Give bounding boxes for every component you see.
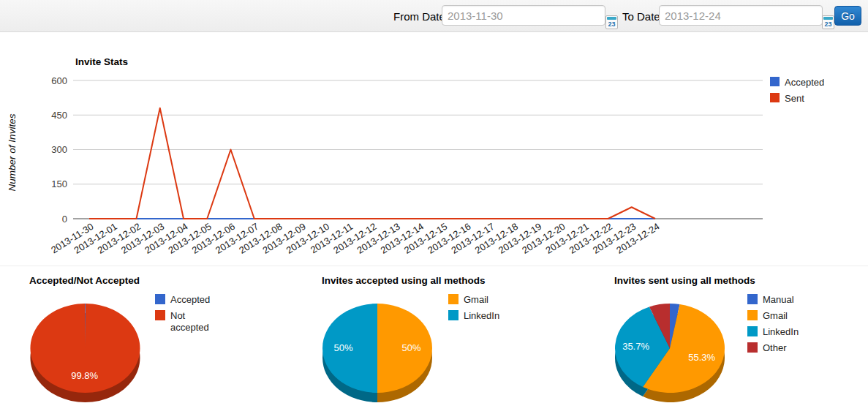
invites-sent-methods-pie-chart: 55.3%35.7%	[585, 282, 868, 414]
legend-label: Other	[763, 342, 787, 354]
from-date-label: From Date:	[393, 10, 448, 23]
legend-item-linkedin: LinkedIn	[448, 310, 499, 322]
legend-label: LinkedIn	[763, 326, 799, 338]
sent-series-swatch	[770, 93, 780, 102]
svg-text:0: 0	[62, 214, 67, 225]
sent-methods-pie-block: Invites sent using all methods 55.3%35.7…	[585, 266, 868, 414]
to-date-input[interactable]	[659, 5, 823, 26]
accepted-series-swatch	[770, 77, 780, 86]
linkedin-swatch	[448, 310, 458, 320]
invites-accepted-methods-pie-chart: 50%50%	[293, 282, 582, 414]
manual-swatch	[747, 294, 758, 304]
svg-text:150: 150	[51, 178, 67, 189]
calendar-icon-bar	[607, 17, 616, 20]
legend-label: Gmail	[763, 310, 788, 322]
legend-label: LinkedIn	[464, 310, 499, 322]
gmail-swatch	[448, 294, 458, 304]
accepted-not-accepted-pie-chart: 99.8%	[0, 282, 290, 414]
svg-text:300: 300	[51, 144, 67, 155]
legend-item-linkedin: LinkedIn	[747, 326, 799, 338]
line-chart-title: Invite Stats	[75, 56, 128, 67]
accepted-pie-block: Accepted/Not Accepted 99.8% Accepted Not…	[0, 266, 290, 414]
svg-text:99.8%: 99.8%	[71, 370, 98, 381]
accepted-methods-pie-block: Invites accepted using all methods 50%50…	[293, 266, 582, 414]
legend-item-accepted: Accepted	[770, 77, 824, 89]
legend-label: Manual	[763, 294, 794, 306]
pie-charts-section: Accepted/Not Accepted 99.8% Accepted Not…	[0, 266, 868, 414]
calendar-icon-day: 23	[606, 20, 617, 29]
pie-legend: Accepted Not accepted	[155, 294, 217, 338]
go-button[interactable]: Go	[834, 6, 861, 26]
pie-legend: Gmail LinkedIn	[448, 294, 499, 326]
svg-text:50%: 50%	[333, 342, 352, 353]
legend-item-not-accepted: Not accepted	[155, 310, 217, 334]
to-date-label: To Date:	[622, 10, 663, 23]
svg-text:450: 450	[51, 110, 67, 121]
invite-stats-line-chart: 01503004506002013-11-302013-12-012013-12…	[0, 32, 868, 266]
legend-label: Accepted	[785, 77, 824, 89]
legend-label: Not accepted	[170, 310, 217, 334]
svg-text:600: 600	[51, 75, 67, 86]
invite-stats-section: Invite Stats Number of Invites 015030045…	[0, 32, 868, 266]
calendar-icon-bar	[823, 17, 833, 20]
to-date-calendar-icon[interactable]: 23	[822, 15, 834, 29]
date-filter-toolbar: From Date: 23 To Date: 23 Go	[0, 0, 868, 32]
y-axis-title: Number of Invites	[7, 94, 18, 211]
legend-label: Gmail	[464, 294, 488, 306]
legend-item-accepted: Accepted	[155, 294, 217, 306]
legend-item-gmail: Gmail	[448, 294, 499, 306]
pie-legend: Manual Gmail LinkedIn Other	[747, 294, 799, 358]
svg-text:55.3%: 55.3%	[688, 352, 715, 363]
gmail-swatch	[747, 310, 758, 320]
other-swatch	[747, 342, 758, 353]
line-chart-legend: Accepted Sent	[770, 77, 824, 109]
from-date-calendar-icon[interactable]: 23	[605, 15, 618, 29]
not-accepted-swatch	[155, 310, 165, 320]
svg-text:50%: 50%	[401, 342, 420, 353]
legend-item-sent: Sent	[770, 93, 824, 105]
legend-label: Sent	[785, 93, 804, 105]
svg-text:35.7%: 35.7%	[622, 341, 649, 352]
legend-label: Accepted	[170, 294, 210, 306]
accepted-swatch	[155, 294, 165, 304]
legend-item-manual: Manual	[747, 294, 799, 306]
legend-item-other: Other	[747, 342, 799, 354]
from-date-input[interactable]	[442, 5, 605, 26]
calendar-icon-day: 23	[823, 20, 834, 29]
legend-item-gmail: Gmail	[747, 310, 799, 322]
linkedin-swatch	[747, 326, 758, 336]
